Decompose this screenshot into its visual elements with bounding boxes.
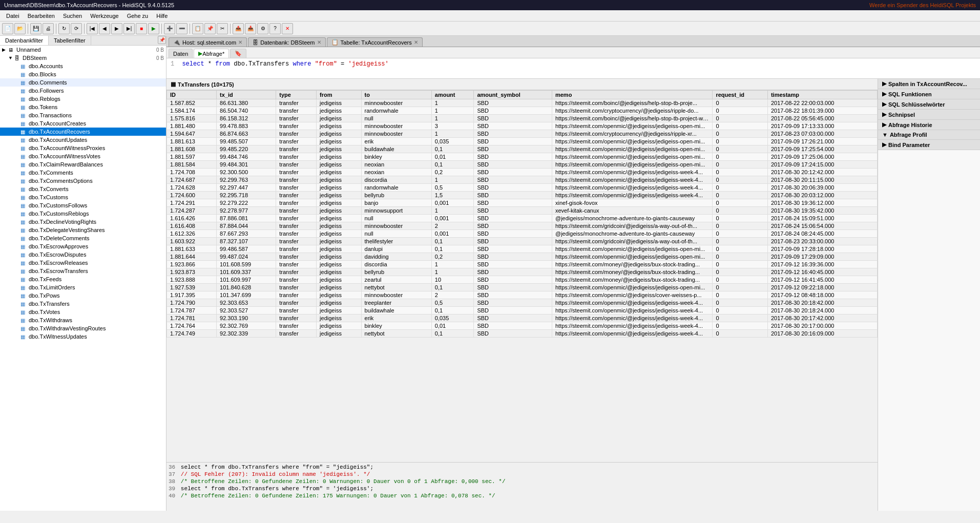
table-row[interactable]: 1.917.395101.347.699transferjedigeissmin…	[167, 291, 878, 299]
menu-datei[interactable]: Datei	[2, 12, 24, 20]
table-row[interactable]: 1.923.873101.609.337transferjedigeissbel…	[167, 268, 878, 276]
col-id[interactable]: ID	[167, 91, 217, 99]
table-row[interactable]: 1.724.60092.295.718transferjedigeissbell…	[167, 192, 878, 199]
tree-item-txaccountcreates[interactable]: ▦ dbo.TxAccountCreates	[0, 119, 166, 128]
tree-item-unnamed[interactable]: ▶ 🖥 Unnamed 0 B	[0, 46, 166, 54]
db-tab-close[interactable]: ✕	[317, 39, 321, 45]
cut-button[interactable]: ✂	[217, 23, 228, 34]
table-row[interactable]: 1.923.866101.608.599transferjedigeissdis…	[167, 261, 878, 268]
table-row[interactable]: 1.616.42687.886.081transferjedigeissnull…	[167, 215, 878, 222]
table-row[interactable]: 1.881.59799.484.746transferjedigeissbink…	[167, 153, 878, 161]
nav-next-button[interactable]: ▶	[111, 23, 122, 34]
tree-item-blocks[interactable]: ▦ dbo.Blocks	[0, 70, 166, 78]
table-row[interactable]: 1.575.81686.158.312transferjedigeissnull…	[167, 115, 878, 122]
table-row[interactable]: 1.724.74992.302.339transferjedigeissnett…	[167, 330, 878, 338]
tree-item-txpows[interactable]: ▦ dbo.TxPows	[0, 291, 166, 300]
save-button[interactable]: 💾	[30, 23, 41, 34]
table-tab-close[interactable]: ✕	[414, 39, 418, 45]
tree-item-dbsteem[interactable]: ▼ 🗄 DBSteem 0 B	[0, 54, 166, 62]
table-row[interactable]: 1.724.68792.299.763transferjedigeissdisc…	[167, 176, 878, 184]
tree-item-txfeeds[interactable]: ▦ dbo.TxFeeds	[0, 275, 166, 283]
run-button[interactable]: ▶	[148, 23, 159, 34]
right-panel-section-header[interactable]: ▶Bind Parameter	[878, 140, 980, 150]
disconnect-button[interactable]: ✕	[282, 23, 293, 34]
sidebar-tab-table[interactable]: Tabellenfilter	[49, 36, 91, 45]
table-row[interactable]: 1.724.78792.303.527transferjedigeissbuil…	[167, 307, 878, 315]
export-button[interactable]: 📤	[233, 23, 244, 34]
table-row[interactable]: 1.881.48099.478.883transferjedigeissminn…	[167, 122, 878, 130]
tree-item-txcomments[interactable]: ▦ dbo.TxComments	[0, 169, 166, 177]
tree-item-comments[interactable]: ▦ dbo.Comments	[0, 78, 166, 87]
col-amount[interactable]: amount	[431, 91, 474, 99]
new-button[interactable]: 📄	[2, 23, 13, 34]
copy-button[interactable]: 📋	[192, 23, 203, 34]
menu-bearbeiten[interactable]: Bearbeiten	[24, 12, 59, 20]
query-tab-new[interactable]: 🔖	[230, 49, 246, 58]
col-type[interactable]: type	[276, 91, 317, 99]
add-row-button[interactable]: ➕	[164, 23, 175, 34]
tree-item-txcustomsreblogs[interactable]: ▦ dbo.TxCustomsReblogs	[0, 210, 166, 218]
query-tab-daten[interactable]: Daten	[169, 49, 193, 58]
table-row[interactable]: 1.724.78192.303.190transferjedigeisserik…	[167, 315, 878, 322]
settings-button[interactable]: ⚙	[257, 23, 268, 34]
delete-row-button[interactable]: ➖	[176, 23, 187, 34]
heidi-badge[interactable]: Werde ein Spender des HeidiSQL Projekts	[869, 2, 976, 8]
stop-button[interactable]: ■	[136, 23, 147, 34]
sidebar-tab-db[interactable]: Datenbankfilter	[0, 36, 49, 45]
tree-item-txconverts[interactable]: ▦ dbo.TxConverts	[0, 185, 166, 193]
table-row[interactable]: 1.724.76492.302.769transferjedigeissbink…	[167, 322, 878, 330]
menu-werkzeuge[interactable]: Werkzeuge	[86, 12, 122, 20]
right-panel-section-header[interactable]: ▶SQL Funktionen	[878, 89, 980, 99]
menu-gehe-zu[interactable]: Gehe zu	[123, 12, 153, 20]
right-panel-section-header[interactable]: ▶Spalten in TxAccountRecov...	[878, 79, 980, 89]
col-to[interactable]: to	[361, 91, 431, 99]
results-panel[interactable]: ID tx_id type from to amount amount_symb…	[166, 90, 878, 462]
refresh2-button[interactable]: ⟳	[71, 23, 82, 34]
table-row[interactable]: 1.724.29192.279.222transferjedigeissbanj…	[167, 199, 878, 207]
menu-suchen[interactable]: Suchen	[59, 12, 86, 20]
tree-item-txescrowapproves[interactable]: ▦ dbo.TxEscrowApproves	[0, 242, 166, 250]
col-timestamp[interactable]: timestamp	[767, 91, 877, 99]
table-row[interactable]: 1.587.85286.631.380transferjedigeissminn…	[167, 99, 878, 107]
col-memo[interactable]: memo	[552, 91, 712, 99]
table-row[interactable]: 1.881.64499.487.024transferjedigeissdavi…	[167, 253, 878, 261]
tree-item-txcustoms[interactable]: ▦ dbo.TxCustoms	[0, 193, 166, 201]
tree-item-txaccountwitnessvotes[interactable]: ▦ dbo.TxAccountWitnessVotes	[0, 152, 166, 160]
tree-item-transactions[interactable]: ▦ dbo.Transactions	[0, 111, 166, 119]
table-row[interactable]: 1.881.58499.484.301transferjedigeissneox…	[167, 161, 878, 169]
import-button[interactable]: 📥	[245, 23, 256, 34]
tree-item-txvotes[interactable]: ▦ dbo.TxVotes	[0, 308, 166, 316]
refresh-button[interactable]: ↻	[58, 23, 70, 34]
table-row[interactable]: 1.923.888101.609.997transferjedigeisszea…	[167, 276, 878, 284]
paste-button[interactable]: 📌	[204, 23, 216, 34]
tree-item-txwitnessupdates[interactable]: ▦ dbo.TxWitnessUpdates	[0, 332, 166, 341]
tree-item-txaccountrecovers[interactable]: ▦ dbo.TxAccountRecovers	[0, 128, 166, 136]
table-row[interactable]: 1.881.63399.486.587transferjedigeissdanl…	[167, 245, 878, 253]
col-txid[interactable]: tx_id	[217, 91, 276, 99]
tree-item-txlimitorders[interactable]: ▦ dbo.TxLimitOrders	[0, 283, 166, 291]
tree-item-txwithdrawvestingroutes[interactable]: ▦ dbo.TxWithdrawVestingRoutes	[0, 324, 166, 332]
col-request-id[interactable]: request_id	[713, 91, 768, 99]
conn-tab-database[interactable]: 🗄 Datenbank: DBSteem ✕	[248, 37, 325, 47]
table-row[interactable]: 1.612.32687.667.293transferjedigeissnull…	[167, 230, 878, 238]
table-row[interactable]: 1.616.40887.884.044transferjedigeissminn…	[167, 222, 878, 230]
table-row[interactable]: 1.724.28792.278.977transferjedigeissminn…	[167, 207, 878, 215]
tree-item-txdelegatevesting[interactable]: ▦ dbo.TxDelegateVestingShares	[0, 226, 166, 234]
table-row[interactable]: 1.724.70892.300.500transferjedigeissneox…	[167, 169, 878, 176]
host-tab-close[interactable]: ✕	[238, 39, 242, 45]
right-panel-section-header[interactable]: ▶SQL Schlüsselwörter	[878, 99, 980, 109]
table-row[interactable]: 1.584.17486.504.740transferjedigeissrand…	[167, 107, 878, 115]
tree-item-txescrowreleases[interactable]: ▦ dbo.TxEscrowReleases	[0, 259, 166, 267]
tree-item-txaccountwitnessproxies[interactable]: ▦ dbo.TxAccountWitnessProxies	[0, 144, 166, 152]
tree-item-txtransfers[interactable]: ▦ dbo.TxTransfers	[0, 300, 166, 308]
table-row[interactable]: 1.881.60899.485.220transferjedigeissbuil…	[167, 145, 878, 153]
tree-item-txescrowtransfers[interactable]: ▦ dbo.TxEscrowTransfers	[0, 267, 166, 275]
tree-item-txcommentsoptions[interactable]: ▦ dbo.TxCommentsOptions	[0, 177, 166, 185]
tree-item-reblogs[interactable]: ▦ dbo.Reblogs	[0, 95, 166, 103]
tree-item-txaccountupdates[interactable]: ▦ dbo.TxAccountUpdates	[0, 136, 166, 144]
nav-prev-button[interactable]: ◀	[99, 23, 110, 34]
query-tab-abfrage[interactable]: ▶ Abfrage*	[194, 49, 229, 58]
right-panel-section-header[interactable]: ▶Abfrage Historie	[878, 120, 980, 130]
sidebar-pin-button[interactable]: 📌	[158, 36, 166, 44]
query-editor[interactable]: 1 select * from dbo.TxTransfers where "f…	[166, 58, 980, 79]
